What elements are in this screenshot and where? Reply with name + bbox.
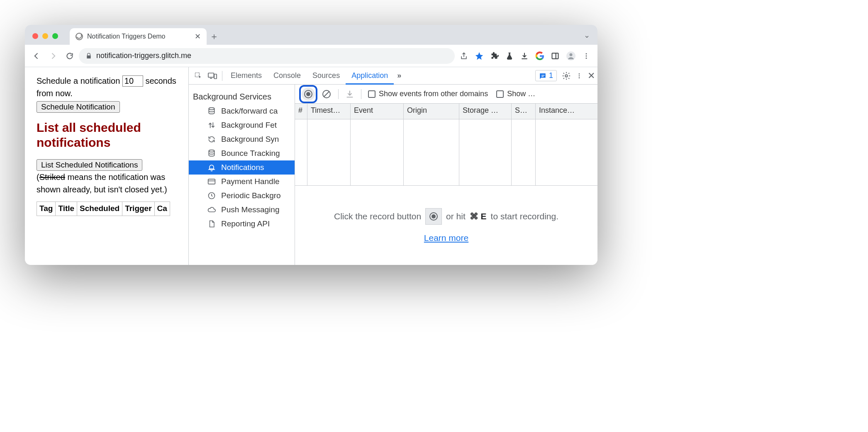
content-area: Schedule a notification seconds from now… — [25, 67, 597, 265]
clear-icon[interactable] — [322, 89, 332, 99]
tab-elements[interactable]: Elements — [225, 67, 268, 85]
tab-strip: Notification Triggers Demo ✕ ＋ ⌄ — [25, 25, 597, 45]
kebab-icon[interactable] — [576, 72, 583, 80]
show-events-checkbox[interactable]: Show events from other domains — [368, 90, 488, 98]
sidebar-item-background-sync[interactable]: Background Syn — [189, 132, 295, 146]
col-index[interactable]: # — [295, 104, 307, 119]
prompt-shortcut: ⌘ E — [470, 211, 487, 221]
new-tab-button[interactable]: ＋ — [207, 28, 222, 45]
device-icon[interactable] — [205, 69, 219, 83]
devtools-sidebar: Background Services Back/forward ca Back… — [189, 85, 295, 265]
database-icon — [207, 149, 216, 158]
svg-point-4 — [586, 53, 587, 54]
sidebar-item-label: Payment Handle — [221, 177, 279, 186]
svg-rect-10 — [214, 74, 217, 78]
svg-point-18 — [209, 150, 214, 152]
notifications-table: Tag Title Scheduled Trigger Ca — [37, 201, 170, 216]
back-button[interactable] — [29, 49, 44, 63]
minimize-window-button[interactable] — [42, 33, 48, 39]
cloud-icon — [207, 205, 216, 214]
prompt-text-c: to start recording. — [491, 211, 558, 221]
issues-badge[interactable]: 1 — [535, 70, 557, 81]
settings-icon[interactable] — [562, 71, 571, 80]
close-window-button[interactable] — [32, 33, 38, 39]
page-content: Schedule a notification seconds from now… — [25, 67, 188, 265]
sidebar-item-bounce-tracking[interactable]: Bounce Tracking — [189, 146, 295, 160]
svg-rect-7 — [195, 73, 200, 77]
sidebar-item-reporting-api[interactable]: Reporting API — [189, 217, 295, 231]
extensions-icon[interactable] — [490, 52, 499, 60]
url-text: notification-triggers.glitch.me — [96, 51, 191, 60]
sidebar-item-payment-handler[interactable]: Payment Handle — [189, 175, 295, 189]
th-ca: Ca — [154, 202, 170, 216]
menu-icon[interactable] — [583, 52, 590, 60]
bookmark-star-icon[interactable] — [475, 51, 484, 61]
sidebar-item-periodic-background[interactable]: Periodic Backgro — [189, 189, 295, 203]
sidebar-item-notifications[interactable]: Notifications — [189, 160, 295, 175]
list-button[interactable]: List Scheduled Notifications — [37, 159, 142, 171]
svg-rect-12 — [541, 76, 544, 77]
tab-overflow[interactable]: » — [394, 67, 405, 85]
inspect-icon[interactable] — [191, 69, 205, 83]
col-origin[interactable]: Origin — [404, 104, 459, 119]
sidebar-item-back-forward-cache[interactable]: Back/forward ca — [189, 104, 295, 118]
record-button[interactable] — [302, 87, 315, 101]
col-event[interactable]: Event — [351, 104, 404, 119]
updown-icon — [207, 121, 216, 130]
svg-point-13 — [565, 75, 568, 77]
checkbox-icon — [496, 90, 504, 98]
col-instance[interactable]: Instance… — [536, 104, 597, 119]
maximize-window-button[interactable] — [52, 33, 58, 39]
reload-button[interactable] — [62, 49, 77, 63]
show-label-2: Show … — [507, 90, 535, 98]
svg-line-23 — [324, 92, 329, 97]
google-icon[interactable] — [535, 51, 544, 61]
sidebar-item-label: Back/forward ca — [221, 107, 278, 116]
col-timestamp[interactable]: Timest… — [307, 104, 351, 119]
tab-sources[interactable]: Sources — [307, 67, 346, 85]
show-checkbox-2[interactable]: Show … — [496, 90, 535, 98]
share-icon[interactable] — [460, 52, 468, 60]
tab-console[interactable]: Console — [268, 67, 307, 85]
sidebar-item-push-messaging[interactable]: Push Messaging — [189, 203, 295, 217]
seconds-input[interactable] — [122, 75, 143, 87]
note-strike: Striked — [39, 172, 65, 182]
svg-rect-11 — [541, 75, 545, 75]
col-storage[interactable]: Storage … — [459, 104, 512, 119]
sync-icon — [207, 135, 216, 144]
schedule-row: Schedule a notification seconds from now… — [37, 75, 178, 100]
sidebar-item-background-fetch[interactable]: Background Fet — [189, 118, 295, 132]
sidebar-section-title: Background Services — [189, 90, 295, 104]
download-icon[interactable] — [520, 52, 529, 60]
schedule-label-a: Schedule a notification — [37, 76, 122, 85]
sidebar-item-label: Background Syn — [221, 135, 279, 144]
labs-icon[interactable] — [505, 52, 514, 60]
svg-point-14 — [579, 73, 580, 75]
address-bar[interactable]: notification-triggers.glitch.me — [79, 48, 455, 64]
bell-icon — [207, 163, 216, 172]
col-s[interactable]: S… — [512, 104, 536, 119]
profile-icon[interactable] — [566, 51, 576, 61]
close-devtools-icon[interactable]: ✕ — [588, 70, 595, 81]
browser-tab[interactable]: Notification Triggers Demo ✕ — [70, 28, 207, 45]
sidebar-item-label: Bounce Tracking — [221, 149, 280, 158]
note-paren-open: ( — [37, 172, 39, 182]
close-tab-icon[interactable]: ✕ — [195, 32, 201, 41]
issues-count: 1 — [549, 71, 553, 80]
svg-point-6 — [586, 57, 587, 58]
forward-button[interactable] — [46, 49, 61, 63]
tab-application[interactable]: Application — [346, 67, 394, 85]
show-events-label: Show events from other domains — [379, 90, 488, 98]
sidepanel-icon[interactable] — [551, 52, 559, 60]
learn-more-link[interactable]: Learn more — [424, 233, 468, 243]
sidebar-item-label: Reporting API — [221, 219, 270, 228]
svg-rect-0 — [552, 53, 558, 58]
tabs-dropdown-icon[interactable]: ⌄ — [584, 31, 590, 40]
sidebar-item-label: Background Fet — [221, 121, 277, 130]
prompt-text-b: or hit — [446, 211, 466, 221]
schedule-button[interactable]: Schedule Notification — [37, 101, 120, 113]
svg-rect-19 — [208, 179, 215, 184]
svg-point-3 — [570, 53, 573, 56]
save-icon[interactable] — [345, 90, 354, 99]
card-icon — [207, 177, 216, 186]
